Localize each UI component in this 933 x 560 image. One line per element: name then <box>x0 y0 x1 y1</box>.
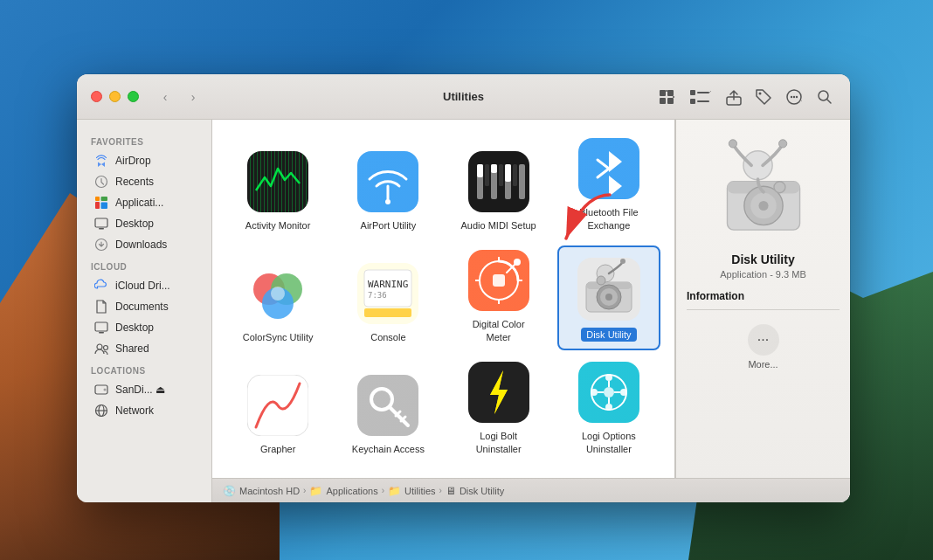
share-button[interactable] <box>722 85 745 109</box>
sidebar-item-network[interactable]: Network <box>80 400 208 421</box>
sidebar-item-airdrop[interactable]: AirDrop <box>80 150 208 171</box>
nav-buttons: ‹ › <box>153 86 205 107</box>
svg-rect-2 <box>660 98 666 104</box>
preview-icon <box>711 137 816 242</box>
audio-midi-icon <box>468 151 529 212</box>
airport-icon <box>357 151 418 212</box>
sidebar-network-label: Network <box>115 404 154 417</box>
console-icon: WARNING 7:36 <box>357 263 418 324</box>
app-keychain[interactable]: Keychain Access <box>336 357 439 462</box>
desktop-icon <box>94 217 108 231</box>
app-airport-utility[interactable]: AirPort Utility <box>336 134 439 239</box>
svg-rect-19 <box>95 197 100 201</box>
documents-icon <box>94 300 108 314</box>
svg-rect-38 <box>485 164 489 186</box>
svg-rect-3 <box>667 98 674 104</box>
icloud-icon <box>94 279 108 293</box>
locations-label: Locations <box>77 359 211 379</box>
digital-color-label: Digital Color Meter <box>460 318 538 343</box>
svg-text:WARNING: WARNING <box>368 279 408 290</box>
disk-utility-breadcrumb-icon: 🖥 <box>446 485 456 497</box>
app-colorsync[interactable]: ColorSync Utility <box>226 245 329 350</box>
close-button[interactable] <box>91 91 102 102</box>
view-list-button[interactable] <box>686 85 715 109</box>
svg-point-72 <box>620 259 625 264</box>
app-bluetooth[interactable]: Bluetooth File Exchange <box>557 134 660 239</box>
svg-point-101 <box>729 140 736 148</box>
airdrop-icon <box>94 154 108 168</box>
search-button[interactable] <box>813 86 836 108</box>
breadcrumb-sep-2: › <box>382 486 384 495</box>
macintosh-icon: 💿 <box>223 485 236 497</box>
favorites-label: Favorites <box>77 130 211 150</box>
preview-more-button[interactable]: ··· <box>748 324 779 356</box>
status-bar: 💿 Macintosh HD › 📁 Applications › 📁 Util… <box>212 478 850 502</box>
minimize-button[interactable] <box>109 91 121 102</box>
svg-point-89 <box>604 387 614 398</box>
app-digital-color[interactable]: Digital Color Meter <box>447 245 550 350</box>
title-bar: ‹ › Utilities <box>77 74 850 120</box>
sidebar-downloads-label: Downloads <box>115 239 167 251</box>
view-grid-button[interactable] <box>654 85 679 109</box>
svg-rect-75 <box>357 375 418 436</box>
sidebar-item-sandisk[interactable]: SanDi... ⏏ <box>80 379 208 400</box>
app-logi-bolt[interactable]: Logi Bolt Uninstaller <box>447 357 550 462</box>
app-logi-options[interactable]: Logi Options Uninstaller <box>557 357 660 462</box>
svg-point-64 <box>514 259 521 266</box>
breadcrumb-utilities: 📁 Utilities <box>388 485 435 497</box>
svg-rect-43 <box>505 164 511 182</box>
svg-rect-37 <box>477 164 483 177</box>
svg-rect-17 <box>101 197 108 201</box>
svg-point-88 <box>620 389 627 396</box>
disk-utility-label: Disk Utility <box>581 328 636 342</box>
sidebar-sandisk-label: SanDi... ⏏ <box>115 384 165 396</box>
svg-rect-24 <box>99 332 104 334</box>
sidebar-item-applications[interactable]: Applicati... <box>80 192 208 213</box>
window-title: Utilities <box>443 90 484 103</box>
traffic-lights <box>91 91 139 102</box>
sidebar-item-desktop-icloud[interactable]: Desktop <box>80 317 208 338</box>
maximize-button[interactable] <box>128 91 139 102</box>
app-grapher[interactable]: Grapher <box>226 357 329 462</box>
tag-button[interactable] <box>752 86 775 108</box>
svg-point-34 <box>385 199 390 204</box>
forward-button[interactable]: › <box>181 86 205 107</box>
file-grid: Activity Monitor <box>212 120 674 478</box>
app-disk-utility[interactable]: Disk Utility <box>557 245 660 350</box>
main-content: Favorites AirDrop <box>77 120 850 502</box>
preview-more-label: More... <box>748 359 778 370</box>
svg-rect-32 <box>252 156 304 208</box>
sidebar-item-icloud-drive[interactable]: iCloud Dri... <box>80 275 208 296</box>
svg-text:7:36: 7:36 <box>368 291 387 300</box>
utilities-folder-icon: 📁 <box>388 485 401 497</box>
sidebar-item-desktop[interactable]: Desktop <box>80 213 208 234</box>
network-icon <box>94 404 108 418</box>
app-audio-midi[interactable]: Audio MIDI Setup <box>447 134 550 239</box>
svg-point-85 <box>605 374 612 381</box>
console-label: Console <box>370 331 405 343</box>
svg-point-9 <box>759 92 762 94</box>
preview-title: Disk Utility <box>731 252 794 266</box>
breadcrumb-disk-utility-label: Disk Utility <box>460 486 504 496</box>
svg-rect-16 <box>95 202 100 209</box>
preview-info-label: Information <box>687 290 744 302</box>
svg-point-70 <box>605 294 612 301</box>
sidebar-item-downloads[interactable]: Downloads <box>80 234 208 255</box>
app-console[interactable]: WARNING 7:36 Console <box>336 245 439 350</box>
sidebar-item-recents[interactable]: Recents <box>80 171 208 192</box>
svg-point-99 <box>743 151 771 180</box>
app-activity-monitor[interactable]: Activity Monitor <box>226 134 329 239</box>
more-button[interactable] <box>782 85 806 109</box>
grapher-icon <box>247 375 308 436</box>
svg-point-73 <box>597 276 605 285</box>
keychain-label: Keychain Access <box>352 443 425 455</box>
activity-monitor-label: Activity Monitor <box>245 219 311 232</box>
svg-rect-44 <box>513 164 517 186</box>
sidebar-item-shared[interactable]: Shared <box>80 338 208 359</box>
back-button[interactable]: ‹ <box>153 86 177 107</box>
bluetooth-label: Bluetooth File Exchange <box>570 206 648 232</box>
downloads-icon <box>94 238 108 252</box>
logi-options-label: Logi Options Uninstaller <box>570 430 648 455</box>
bluetooth-icon <box>578 138 639 199</box>
sidebar-item-documents[interactable]: Documents <box>80 296 208 317</box>
